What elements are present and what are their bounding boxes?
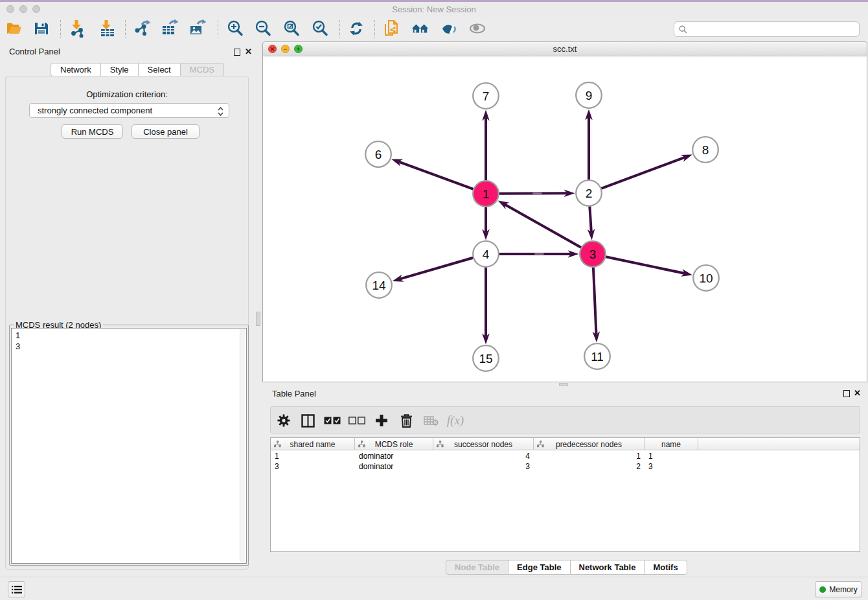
add-column-icon[interactable]	[373, 412, 390, 429]
export-image-icon[interactable]	[188, 19, 207, 38]
import-table-icon[interactable]	[98, 19, 117, 38]
cell-successor-nodes[interactable]: 3	[433, 461, 534, 472]
table-row[interactable]: 1dominator411	[271, 451, 860, 461]
column-type-icon	[437, 441, 444, 448]
column-header-MCDS-role[interactable]: MCDS role	[355, 438, 433, 450]
edge-2-3[interactable]	[589, 206, 591, 232]
cell-successor-nodes[interactable]: 4	[433, 451, 534, 461]
edge-label-mark	[533, 192, 542, 194]
horizontal-splitter-handle[interactable]	[559, 383, 568, 386]
node-label-8: 8	[702, 143, 709, 157]
edge-3-10[interactable]	[606, 257, 685, 273]
criterion-select[interactable]: strongly connected component	[29, 103, 229, 118]
control-tab-style[interactable]: Style	[100, 63, 139, 76]
close-panel-button-2[interactable]: Close panel	[131, 124, 200, 139]
zoom-in-icon[interactable]	[226, 19, 244, 38]
export-table-icon[interactable]	[161, 19, 179, 38]
clone-network-icon[interactable]	[383, 19, 401, 38]
memory-button[interactable]: Memory	[815, 581, 862, 597]
table-float-button[interactable]	[843, 390, 850, 397]
column-header-successor-nodes[interactable]: successor nodes	[433, 438, 534, 450]
control-panel-tabs: NetworkStyleSelectMCDS	[51, 63, 224, 76]
cell-MCDS-role[interactable]: dominator	[355, 451, 433, 461]
mcds-panel: Optimization criterion: strongly connect…	[5, 76, 249, 570]
task-history-button[interactable]	[8, 581, 25, 597]
column-type-icon	[358, 441, 365, 448]
network-window-titlebar[interactable]: ✕ − + scc.txt	[263, 42, 867, 56]
node-label-3: 3	[589, 248, 597, 261]
cell-MCDS-role[interactable]: dominator	[355, 461, 433, 472]
optimization-criterion-label: Optimization criterion:	[6, 89, 248, 99]
close-panel-button[interactable]: ✕	[245, 47, 252, 56]
table-tab-node-table[interactable]: Node Table	[446, 560, 508, 575]
edge-label-mark	[535, 253, 544, 255]
table-settings-icon[interactable]	[276, 412, 291, 429]
float-panel-button[interactable]	[234, 49, 240, 56]
function-builder-icon[interactable]: f(x)	[444, 412, 466, 429]
mcds-result-line: 1	[16, 330, 246, 341]
delete-column-icon[interactable]	[398, 412, 415, 429]
table-tab-edge-table[interactable]: Edge Table	[508, 560, 570, 575]
open-session-icon[interactable]	[5, 19, 23, 38]
save-session-icon[interactable]	[32, 19, 51, 38]
window-title: Session: New Session	[0, 5, 868, 14]
node-label-7: 7	[483, 89, 490, 103]
show-all-icon[interactable]	[468, 19, 486, 38]
column-type-icon	[274, 441, 281, 448]
network-window-title: scc.txt	[263, 44, 867, 54]
cell-predecessor-nodes[interactable]: 1	[534, 451, 645, 461]
fit-content-icon[interactable]	[282, 19, 301, 38]
table-tab-network-table[interactable]: Network Table	[570, 560, 645, 575]
column-header-predecessor-nodes[interactable]: predecessor nodes	[534, 438, 645, 450]
deselect-all-icon[interactable]	[347, 412, 367, 429]
control-tab-network[interactable]: Network	[51, 63, 101, 76]
run-mcds-button[interactable]: Run MCDS	[62, 124, 123, 139]
cell-predecessor-nodes[interactable]: 2	[534, 461, 645, 472]
vertical-splitter-handle[interactable]	[256, 312, 260, 326]
table-row[interactable]: 3dominator323	[271, 461, 860, 472]
search-icon	[679, 25, 687, 34]
hide-selected-icon[interactable]	[440, 19, 458, 38]
refresh-icon[interactable]	[347, 19, 365, 38]
mcds-result-text[interactable]: 13	[11, 328, 247, 564]
node-table: shared nameMCDS rolesuccessor nodesprede…	[270, 437, 860, 552]
cell-shared-name[interactable]: 3	[271, 461, 355, 472]
control-panel-title: Control Panel	[9, 47, 60, 56]
column-header-name[interactable]: name	[645, 438, 698, 450]
table-close-button[interactable]: ✕	[854, 388, 861, 398]
edge-4-14[interactable]	[400, 258, 473, 279]
edge-3-1[interactable]	[505, 204, 581, 247]
delete-table-icon[interactable]	[422, 412, 440, 429]
column-header-shared-name[interactable]: shared name	[271, 438, 355, 450]
result-scrollbar[interactable]	[240, 329, 246, 562]
node-label-9: 9	[586, 89, 593, 102]
network-canvas[interactable]: 1234678910111415	[263, 56, 867, 382]
edge-1-6[interactable]	[398, 162, 473, 189]
mcds-result-group: MCDS result (2 nodes) 13	[9, 325, 249, 566]
node-label-1: 1	[483, 187, 490, 201]
table-toolbar: f(x)	[270, 406, 860, 433]
export-network-icon[interactable]	[133, 19, 151, 38]
control-tab-select[interactable]: Select	[138, 63, 181, 76]
edge-2-8[interactable]	[601, 157, 685, 189]
table-panel-title: Table Panel	[272, 389, 316, 398]
table-tab-motifs[interactable]: Motifs	[644, 560, 687, 575]
cell-shared-name[interactable]: 1	[271, 451, 355, 461]
cell-name[interactable]: 3	[645, 461, 698, 472]
memory-status-icon	[819, 586, 826, 593]
control-tab-mcds[interactable]: MCDS	[180, 63, 224, 76]
search-input[interactable]	[674, 21, 860, 37]
first-neighbors-icon[interactable]	[411, 19, 429, 38]
edge-3-11[interactable]	[593, 267, 597, 334]
zoom-out-icon[interactable]	[254, 19, 272, 38]
column-view-icon[interactable]	[299, 412, 316, 429]
node-label-15: 15	[479, 352, 492, 365]
import-network-icon[interactable]	[69, 19, 87, 38]
select-all-icon[interactable]	[323, 412, 342, 429]
table-tabs: Node TableEdge TableNetwork TableMotifs	[446, 560, 687, 575]
zoom-selected-icon[interactable]	[311, 19, 329, 38]
select-stepper-icon	[217, 106, 224, 117]
cell-name[interactable]: 1	[645, 451, 698, 461]
node-label-11: 11	[591, 350, 604, 363]
node-label-14: 14	[372, 279, 386, 292]
